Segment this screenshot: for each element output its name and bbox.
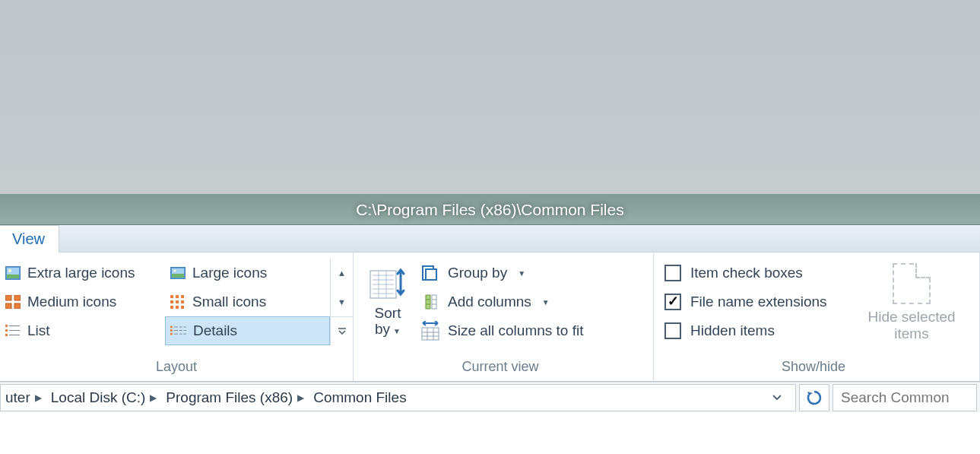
breadcrumb-local-disk[interactable]: Local Disk (C:)▶ [46, 385, 162, 411]
svg-rect-11 [9, 330, 20, 331]
svg-rect-38 [183, 334, 186, 335]
sort-by-button[interactable]: Sort by▼ [361, 259, 414, 345]
svg-rect-3 [7, 275, 19, 278]
svg-rect-23 [181, 300, 184, 303]
svg-rect-5 [14, 295, 21, 300]
svg-rect-37 [179, 334, 182, 335]
svg-point-2 [8, 269, 11, 272]
svg-rect-24 [170, 306, 173, 309]
svg-rect-22 [176, 300, 179, 303]
small-icons-icon [170, 295, 186, 309]
svg-rect-33 [179, 330, 182, 331]
breadcrumb[interactable]: uter▶ Local Disk (C:)▶ Program Files (x8… [0, 384, 796, 411]
chevron-down-icon: ▼ [542, 298, 550, 306]
ribbon: Extra large icons Medium icons List [0, 252, 980, 382]
refresh-icon [806, 389, 823, 406]
layout-small-icons[interactable]: Small icons [165, 287, 330, 316]
ribbon-group-showhide: Item check boxes File name extensions Hi… [654, 252, 980, 381]
svg-rect-49 [426, 269, 436, 280]
file-name-extensions-toggle[interactable]: File name extensions [658, 287, 855, 316]
svg-rect-54 [432, 295, 436, 309]
svg-rect-17 [172, 274, 184, 278]
list-icon [5, 324, 21, 338]
address-bar: uter▶ Local Disk (C:)▶ Program Files (x8… [0, 382, 980, 412]
svg-rect-34 [183, 330, 186, 331]
hide-selected-icon [893, 263, 931, 304]
layout-extra-large-icons[interactable]: Extra large icons [0, 259, 165, 287]
size-columns-button[interactable]: Size all columns to fit [414, 316, 639, 345]
svg-rect-36 [174, 334, 179, 335]
group-by-icon [420, 263, 440, 283]
chevron-right-icon: ▶ [35, 392, 42, 403]
svg-rect-13 [9, 335, 20, 335]
add-columns-button[interactable]: Add columns ▼ [414, 287, 639, 316]
breadcrumb-history-dropdown[interactable] [765, 385, 789, 411]
sort-icon [369, 266, 407, 303]
currentview-group-label: Current view [354, 356, 647, 378]
svg-rect-7 [14, 303, 21, 309]
svg-rect-35 [170, 333, 173, 335]
hide-selected-items-button: Hide selected items [855, 259, 969, 347]
layout-list[interactable]: List [0, 316, 165, 345]
item-check-boxes-toggle[interactable]: Item check boxes [658, 259, 855, 287]
checkbox-icon [664, 322, 681, 339]
chevron-right-icon: ▶ [150, 392, 157, 403]
ribbon-group-currentview: Sort by▼ Group by ▼ [354, 252, 654, 381]
extra-large-icons-icon [5, 266, 21, 280]
svg-rect-30 [183, 327, 186, 328]
svg-rect-18 [170, 295, 173, 298]
checkbox-icon [664, 265, 681, 281]
layout-medium-icons[interactable]: Medium icons [0, 287, 165, 316]
checkbox-checked-icon [664, 294, 681, 310]
ribbon-tabs: View [0, 225, 980, 252]
breadcrumb-common-files[interactable]: Common Files [309, 385, 411, 411]
svg-rect-21 [170, 300, 173, 303]
svg-rect-20 [181, 295, 184, 298]
svg-rect-27 [170, 326, 173, 329]
svg-rect-57 [422, 328, 439, 340]
add-columns-icon [420, 292, 440, 312]
showhide-group-label: Show/hide [654, 356, 973, 378]
svg-rect-10 [5, 329, 8, 332]
group-by-button[interactable]: Group by ▼ [414, 259, 639, 287]
ribbon-group-layout: Extra large icons Medium icons List [0, 252, 354, 381]
layout-details[interactable]: Details [165, 316, 330, 345]
explorer-window: C:\Program Files (x86)\Common Files View… [0, 194, 980, 454]
svg-rect-12 [5, 334, 8, 336]
search-input[interactable] [833, 384, 977, 411]
layout-scroll-up[interactable]: ▲ [331, 259, 353, 287]
chevron-down-icon: ▼ [518, 269, 525, 278]
svg-rect-8 [5, 325, 8, 327]
svg-rect-6 [5, 303, 11, 309]
window-title: C:\Program Files (x86)\Common Files [356, 201, 623, 219]
large-icons-icon [170, 266, 186, 280]
chevron-right-icon: ▶ [297, 392, 304, 403]
svg-rect-19 [176, 295, 179, 298]
breadcrumb-program-files[interactable]: Program Files (x86)▶ [161, 385, 309, 411]
refresh-button[interactable] [799, 384, 829, 411]
svg-rect-26 [181, 306, 184, 309]
svg-rect-51 [426, 295, 430, 309]
titlebar[interactable]: C:\Program Files (x86)\Common Files [0, 195, 980, 225]
size-columns-icon [420, 321, 440, 341]
svg-point-16 [174, 270, 176, 272]
svg-rect-4 [5, 295, 11, 300]
details-icon [170, 324, 187, 338]
layout-group-label: Layout [0, 356, 353, 378]
chevron-down-icon: ▼ [393, 327, 401, 335]
svg-rect-25 [176, 306, 179, 309]
svg-rect-31 [170, 329, 173, 332]
svg-rect-32 [174, 330, 179, 331]
svg-rect-29 [179, 327, 182, 328]
svg-rect-28 [174, 327, 179, 328]
svg-rect-9 [9, 325, 20, 326]
layout-scroll-down[interactable]: ▼ [331, 287, 353, 316]
layout-large-icons[interactable]: Large icons [165, 259, 330, 287]
breadcrumb-computer[interactable]: uter▶ [1, 385, 46, 411]
tab-view[interactable]: View [0, 225, 59, 252]
layout-dropdown[interactable] [331, 316, 353, 345]
svg-rect-15 [172, 268, 184, 274]
medium-icons-icon [5, 295, 21, 309]
hidden-items-toggle[interactable]: Hidden items [658, 316, 855, 345]
